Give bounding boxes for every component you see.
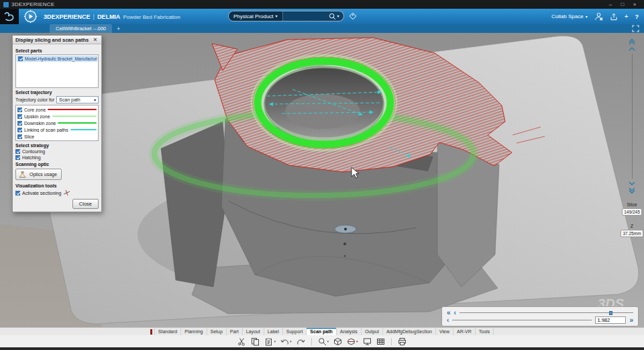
zoom-button[interactable]: ▾ — [317, 337, 331, 347]
tab-view[interactable]: View — [436, 328, 453, 335]
strategy-row[interactable]: Hatching — [15, 155, 99, 160]
trajectory-checkbox[interactable] — [17, 121, 22, 126]
tag-button[interactable] — [349, 12, 357, 20]
trajectory-color-label: Trajectory color for — [15, 97, 54, 102]
sectioning-checkbox[interactable] — [15, 191, 20, 195]
playback-panel: « ‹ ‹ » — [441, 306, 639, 326]
dialog-titlebar[interactable]: Display slicing and scan paths × — [13, 36, 101, 44]
slice-last-button[interactable] — [628, 187, 636, 194]
document-tab[interactable]: CellWithBracket --.000 — [50, 24, 112, 33]
paste-icon — [264, 337, 273, 346]
slice-up-button[interactable] — [628, 46, 636, 52]
optics-usage-label: Optics usage — [30, 172, 57, 177]
optics-icon — [18, 171, 27, 178]
brand-app: DELMIA — [97, 13, 121, 20]
expand-button[interactable] — [632, 25, 639, 32]
part-list-item[interactable]: Model-Hydraulic Bracket_Manufacturing.2 — [17, 56, 97, 62]
trajectory-row[interactable]: Downskin zone — [17, 120, 97, 126]
search-scope-dropdown[interactable]: Physical Product ▾ — [229, 11, 283, 21]
tab-layout[interactable]: Layout — [243, 328, 264, 335]
tab-tools[interactable]: Tools — [476, 328, 494, 335]
close-button[interactable]: × — [629, 0, 641, 9]
slice-slider-track[interactable] — [632, 54, 633, 179]
undo-button[interactable]: ▾ — [279, 337, 293, 347]
3d-viewport[interactable]: 3DS Display slicing and scan paths × Sel… — [0, 33, 644, 327]
trajectory-row[interactable]: Core zone — [17, 106, 97, 113]
trajectory-label: Linking of scan paths — [24, 128, 68, 132]
tab-ar-vr[interactable]: AR-VR — [453, 328, 476, 335]
tab-analysis[interactable]: Analysis — [337, 328, 362, 335]
dialog-close-button[interactable]: Close — [72, 199, 99, 209]
new-tab-button[interactable]: + — [117, 26, 120, 32]
rewind-double-button[interactable]: « — [447, 310, 451, 316]
slice-first-button[interactable] — [628, 38, 636, 46]
document-tab-label: CellWithBracket --.000 — [56, 26, 106, 32]
optics-usage-button[interactable]: Optics usage — [15, 169, 62, 180]
data-table-button[interactable] — [375, 337, 386, 347]
window-titlebar[interactable]: 3DEXPERIENCE – □ × — [0, 0, 644, 9]
tab-output[interactable]: Output — [362, 328, 383, 335]
parts-list[interactable]: Model-Hydraulic Bracket_Manufacturing.2 — [15, 54, 99, 88]
header-right-cluster: Collab Space ▾ + ? — [551, 12, 644, 21]
trajectory-color-line — [48, 109, 97, 110]
slice-down-button[interactable] — [628, 181, 636, 187]
search-input[interactable] — [283, 12, 325, 20]
slicing-dialog: Display slicing and scan paths × Select … — [12, 35, 102, 212]
global-search: Physical Product ▾ ▾ — [228, 11, 357, 21]
step-back-button[interactable]: ‹ — [447, 317, 449, 324]
collab-space-dropdown[interactable]: Collab Space ▾ — [551, 13, 588, 19]
rewind-button[interactable]: ‹ — [454, 310, 456, 316]
redo-icon — [297, 337, 305, 346]
tab-support[interactable]: Support — [283, 328, 307, 335]
dialog-close-icon[interactable]: × — [92, 36, 99, 43]
trajectory-row[interactable]: Upskin zone — [17, 113, 97, 120]
strategy-row[interactable]: Contouring — [15, 149, 99, 154]
tab-part[interactable]: Part — [227, 328, 243, 335]
compass-icon[interactable] — [23, 9, 38, 24]
strategy-checkbox[interactable] — [15, 155, 20, 160]
step-forward-button[interactable]: » — [629, 317, 633, 324]
share-button[interactable] — [610, 13, 618, 21]
search-submit[interactable]: ▾ — [325, 13, 343, 20]
dialog-body: Select parts Model-Hydraulic Bracket_Man… — [13, 44, 101, 212]
cut-icon — [237, 337, 246, 346]
redo-button[interactable] — [295, 337, 307, 347]
tab-label[interactable]: Label — [264, 328, 283, 335]
tab-setup[interactable]: Setup — [207, 328, 227, 335]
screen-button[interactable] — [362, 337, 373, 347]
time-slider-track[interactable] — [452, 320, 592, 320]
trajectory-row[interactable]: Slice — [17, 133, 97, 140]
trajectory-row[interactable]: Linking of scan paths — [17, 126, 97, 133]
help-button[interactable]: ? — [635, 13, 639, 20]
isometric-view-button[interactable] — [332, 337, 343, 347]
tab-addmfgdebugsection[interactable]: AddMfgDebugSection — [383, 328, 436, 335]
activate-sectioning-row[interactable]: Activate sectioning — [15, 189, 99, 196]
add-content-button[interactable]: + — [625, 13, 629, 20]
playback-slider-handle[interactable] — [609, 311, 612, 315]
part-checkbox[interactable] — [18, 56, 23, 61]
section-view-button[interactable]: ▾ — [345, 337, 360, 347]
3ds-logo[interactable] — [0, 9, 19, 24]
minimize-button[interactable]: – — [604, 0, 616, 9]
tab-standard[interactable]: Standard — [154, 328, 181, 335]
trajectory-checkbox[interactable] — [17, 107, 22, 112]
chevron-down-icon: ▾ — [274, 339, 276, 343]
print-button[interactable] — [396, 337, 408, 347]
strategy-label: Hatching — [22, 155, 41, 160]
trajectory-color-dropdown[interactable]: Scan path ▾ — [56, 96, 99, 103]
trajectory-checkbox[interactable] — [17, 128, 22, 132]
cut-button[interactable] — [236, 337, 248, 347]
maximize-button[interactable]: □ — [616, 0, 629, 9]
strategy-checkbox[interactable] — [15, 149, 20, 154]
copy-button[interactable] — [250, 337, 261, 347]
user-button[interactable] — [594, 12, 603, 21]
time-value-input[interactable] — [595, 316, 626, 324]
tab-planning[interactable]: Planning — [181, 328, 207, 335]
trajectory-checkbox[interactable] — [17, 114, 22, 119]
playback-slider-track[interactable] — [460, 312, 633, 313]
search-icon — [329, 13, 336, 20]
z-value: 37.25mm — [621, 230, 643, 237]
tab-scan-path[interactable]: Scan path — [307, 328, 336, 335]
trajectory-checkbox[interactable] — [17, 134, 22, 139]
paste-button[interactable]: ▾ — [263, 337, 277, 347]
